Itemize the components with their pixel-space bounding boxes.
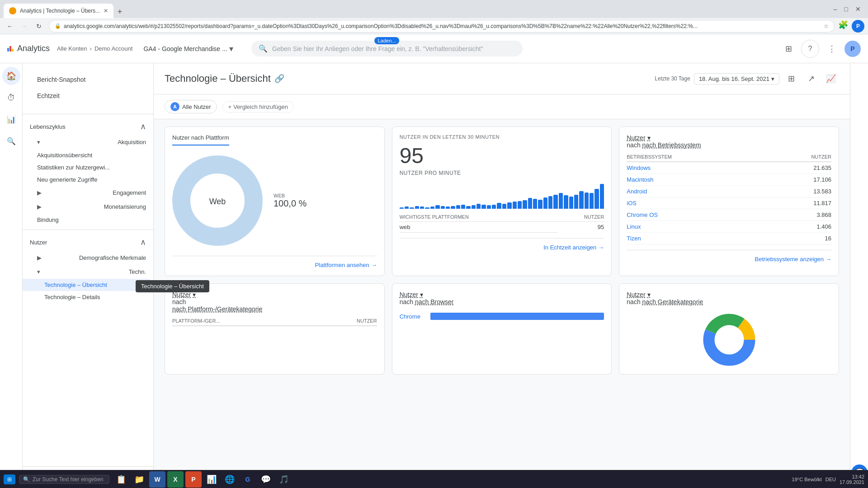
window-controls: – □ ✕ [834, 5, 864, 13]
rt-bar-item [487, 205, 491, 209]
card-platform-title: Nutzer nach Plattform [172, 134, 229, 145]
sidebar-bindung[interactable]: Bindung [23, 214, 153, 226]
sidebar-divider-2 [23, 230, 153, 230]
sidebar-demografische[interactable]: ▶ Demografische Merkmale [23, 251, 153, 265]
minimize-btn[interactable]: – [834, 5, 837, 13]
sidebar-techn[interactable]: ▾ Techn. [23, 265, 153, 279]
platform-link-text: Plattformen ansehen [315, 262, 369, 268]
dc-nach-text: nach [627, 298, 642, 305]
device-donut [702, 313, 756, 367]
taskbar-app-task[interactable]: 📋 [113, 471, 129, 488]
taskbar-app-folder[interactable]: 📁 [131, 471, 147, 488]
sidebar-monetarisierung[interactable]: ▶ Monetarisierung [23, 200, 153, 214]
taskbar-app-excel[interactable]: X [167, 471, 184, 488]
sidebar-technologie-details[interactable]: Technologie – Details [23, 291, 153, 303]
profile-btn[interactable]: P [852, 20, 864, 33]
url-bar[interactable]: 🔒 analytics.google.com/analytics/web/#/p… [49, 20, 835, 33]
star-icon[interactable]: ☆ [824, 23, 829, 29]
rt-bar-item [569, 197, 573, 209]
date-range-btn[interactable]: 18. Aug. bis 16. Sept. 2021 ▾ [694, 73, 779, 84]
br-nutzer-btn[interactable]: Nutzer ▾ [400, 291, 604, 298]
chart-type-btn[interactable]: 📈 [823, 70, 839, 87]
taskbar-app-chart[interactable]: 📊 [203, 471, 220, 488]
taskbar-search[interactable]: 🔍 Zur Suche Text hier eingeben [19, 475, 109, 484]
filter-chip-alle-nutzer[interactable]: A Alle Nutzer [165, 100, 217, 113]
sidebar-akquisition[interactable]: ▾ Akquisition [23, 135, 153, 149]
start-btn[interactable]: ⊞ [4, 474, 15, 484]
date-range-label: Letzte 30 Tage [655, 75, 690, 82]
rt-link[interactable]: In Echtzeit anzeigen → [543, 244, 604, 251]
active-tab[interactable]: Analytics | Technologie – Übers... ✕ [4, 4, 113, 18]
add-filter-label: Vergleich hinzufügen [233, 103, 288, 110]
chrome-bar-row: Chrome [400, 313, 604, 320]
sidebar-section-nutzer[interactable]: Nutzer ∧ [23, 234, 153, 251]
sidebar-statistiken[interactable]: Statistiken zur Nutzergewi... [23, 161, 153, 174]
taskbar-app-chat[interactable]: 💬 [258, 471, 274, 488]
add-filter-btn[interactable]: + Vergleich hinzufügen [222, 101, 294, 113]
help-btn[interactable]: ? [801, 40, 819, 58]
nav-icon-realtime[interactable]: ⏱ [2, 89, 20, 107]
more-btn[interactable]: ⋮ [823, 40, 841, 58]
os-name[interactable]: Tizen [627, 233, 768, 244]
os-link[interactable]: Betriebssysteme anzeigen → [755, 256, 831, 263]
nav-buttons: ← → ↻ [4, 20, 45, 33]
os-name[interactable]: iOS [627, 197, 768, 209]
taskbar-app-music[interactable]: 🎵 [276, 471, 292, 488]
os-name[interactable]: Macintosh [627, 174, 768, 186]
close-btn[interactable]: ✕ [855, 5, 861, 13]
chrome-label[interactable]: Chrome [400, 313, 427, 320]
back-btn[interactable]: ← [4, 20, 16, 33]
save-icon[interactable]: 🔗 [274, 74, 284, 84]
rt-bar-item [600, 184, 604, 209]
logo-icon[interactable] [7, 46, 14, 52]
platform-device-title: Nutzer ▾ nach nach Plattform-/Gerätekate… [172, 291, 377, 313]
taskbar-apps: 📋 📁 W X P 📊 🌐 G 💬 🎵 [113, 471, 292, 488]
platform-link-arrow: → [371, 262, 377, 268]
date-range-dropdown: ▾ [771, 75, 774, 82]
os-name[interactable]: Android [627, 186, 768, 197]
nav-icon-reports[interactable]: 📊 [2, 110, 20, 128]
sidebar-akquisitionsuebersicht[interactable]: Akquisitionsübersicht [23, 149, 153, 161]
taskbar-app-ppt[interactable]: P [185, 471, 202, 488]
os-name[interactable]: Linux [627, 221, 768, 233]
os-name[interactable]: Windows [627, 162, 768, 174]
dc-category-text: nach Gerätekategorie [642, 298, 703, 305]
search-input[interactable] [272, 45, 515, 52]
logo-bars [7, 46, 14, 52]
donut-svg: Web [172, 155, 263, 246]
sidebar-technologie-uebersicht[interactable]: Technologie – Übersicht [23, 279, 153, 291]
new-tab-btn[interactable]: + [113, 5, 126, 18]
platform-link[interactable]: Plattformen ansehen → [315, 262, 377, 268]
sidebar-echtzeit[interactable]: Echtzeit [30, 89, 146, 103]
os-title: Nutzer ▾ nach nach Betriebssystem [627, 134, 831, 149]
sidebar-section-lebenszyklus[interactable]: Lebenszyklus ∧ [23, 118, 153, 135]
share-btn[interactable]: ↗ [803, 70, 819, 87]
taskbar-app-browser2[interactable]: G [240, 471, 256, 488]
dc-nutzer-btn[interactable]: Nutzer ▾ [627, 291, 831, 298]
lebenszyklus-collapse[interactable]: ∧ [140, 122, 146, 131]
reload-btn[interactable]: ↻ [33, 20, 45, 33]
content-header: Technologie – Übersicht 🔗 Letzte 30 Tage… [154, 63, 850, 94]
nav-icon-explore[interactable]: 🔍 [2, 132, 20, 150]
sidebar-neu-generierte[interactable]: Neu generierte Zugriffe [23, 174, 153, 186]
apps-btn[interactable]: ⊞ [779, 40, 797, 58]
property-selector[interactable]: GA4 - Google Merchandise ... ▾ [140, 42, 236, 56]
avatar[interactable]: P [844, 41, 861, 57]
taskbar-app-browser1[interactable]: 🌐 [222, 471, 238, 488]
os-name[interactable]: Chrome OS [627, 209, 768, 221]
rt-bar-item [430, 206, 434, 209]
sidebar-snapshot[interactable]: Bericht-Snapshot [30, 70, 146, 89]
tab-close-btn[interactable]: ✕ [104, 8, 108, 14]
maximize-btn[interactable]: □ [844, 5, 848, 13]
nav-icon-home[interactable]: 🏠 [2, 67, 20, 85]
extension-icon[interactable]: 🧩 [838, 20, 848, 33]
os-nutzer-btn[interactable]: Nutzer ▾ [627, 134, 831, 141]
monetarisierung-expand: ▶ [37, 203, 42, 210]
taskbar-app-word[interactable]: W [149, 471, 165, 488]
sidebar-engagement[interactable]: ▶ Engagement [23, 186, 153, 200]
customize-report-btn[interactable]: ⊞ [783, 70, 799, 87]
rt-bar-item [590, 193, 594, 209]
nutzer-collapse[interactable]: ∧ [140, 237, 146, 247]
forward-btn[interactable]: → [18, 20, 31, 33]
all-accounts-link[interactable]: Alle Konten [57, 45, 87, 52]
